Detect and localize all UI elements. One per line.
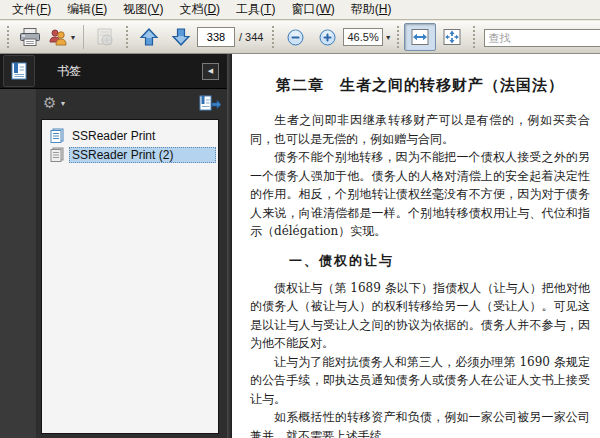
zoom-dropdown-icon[interactable]: ▼: [385, 34, 392, 41]
navigation-pane: 书签 ◀ ⚙ ▼: [0, 54, 227, 438]
arrow-down-icon: [171, 27, 191, 47]
bookmarks-tab-button[interactable]: [3, 55, 35, 87]
menu-edit[interactable]: 编辑(E): [59, 0, 115, 20]
page-total-label: / 344: [239, 31, 263, 43]
bookmarks-options-bar: ⚙ ▼: [37, 89, 227, 117]
minus-circle-icon: [287, 29, 304, 46]
share-review-icon: [94, 27, 116, 47]
fit-page-button[interactable]: [436, 23, 468, 51]
bookmarks-list: SSReader Print SSReader Print (2): [41, 119, 219, 434]
toolbar-grip[interactable]: [397, 26, 399, 48]
plus-circle-icon: [319, 29, 336, 46]
zoom-out-button[interactable]: [279, 23, 311, 51]
menu-document[interactable]: 文档(D): [171, 0, 228, 20]
menu-bar: 文件(F) 编辑(E) 视图(V) 文档(D) 工具(T) 窗口(W) 帮助(H…: [0, 0, 600, 20]
bookmarks-panel-icon: [9, 61, 29, 81]
share-review-button: [89, 23, 121, 51]
zoom-level-value[interactable]: 46.5%: [343, 28, 382, 46]
arrow-up-icon: [139, 27, 159, 47]
goto-bookmark-icon[interactable]: [199, 95, 221, 111]
find-input[interactable]: [484, 29, 600, 47]
paragraph: 债务不能个别地转移，因为不能把一个债权人接受之外的另一个债务人强加于他。债务人的…: [250, 148, 590, 241]
fit-page-icon: [442, 28, 462, 46]
toolbar-grip[interactable]: [126, 26, 128, 48]
bookmark-page-icon: [50, 128, 64, 143]
menu-view[interactable]: 视图(V): [115, 0, 171, 20]
menu-tools[interactable]: 工具(T): [228, 0, 283, 20]
panel-tab-strip: [0, 89, 37, 438]
toolbar-grip[interactable]: [7, 26, 9, 48]
chapter-title: 第二章 生者之间的转移财产（法国法）: [250, 76, 590, 95]
fit-width-button[interactable]: [404, 23, 436, 51]
bookmarks-panel: ⚙ ▼: [37, 89, 227, 438]
menu-help[interactable]: 帮助(H): [343, 0, 400, 20]
bookmarks-panel-title: 书签: [57, 63, 202, 80]
collaborate-people-icon: [48, 28, 68, 46]
chevron-down-icon: ▼: [70, 34, 77, 41]
toolbar-separator: [83, 25, 84, 49]
pdf-reader-window: 文件(F) 编辑(E) 视图(V) 文档(D) 工具(T) 窗口(W) 帮助(H…: [0, 0, 600, 438]
paragraph: 如系概括性的转移资产和负债，例如一家公司被另一家公司兼并，就不需要上述手续。: [250, 408, 590, 438]
bookmark-item[interactable]: SSReader Print: [42, 126, 218, 145]
page-number-input[interactable]: [197, 27, 235, 47]
print-button[interactable]: [14, 23, 46, 51]
toolbar-grip[interactable]: [272, 26, 274, 48]
previous-page-button[interactable]: [133, 23, 165, 51]
paragraph: 让与为了能对抗债务人和第三人，必须办理第 1690 条规定的公告手续，即执达员通…: [250, 353, 590, 409]
bookmarks-panel-header: 书签 ◀: [0, 54, 227, 89]
collapse-panel-button[interactable]: ◀: [202, 63, 219, 80]
bookmark-label: SSReader Print: [69, 128, 218, 144]
menu-window[interactable]: 窗口(W): [283, 0, 342, 20]
main-toolbar: ▼: [0, 21, 600, 54]
document-page[interactable]: 第二章 生者之间的转移财产（法国法） 生者之间即非因继承转移财产可以是有偿的，例…: [232, 54, 600, 438]
bookmark-item-selected[interactable]: SSReader Print (2): [42, 145, 218, 164]
collaborate-button[interactable]: ▼: [46, 23, 78, 51]
gear-dropdown-icon[interactable]: ▼: [59, 100, 66, 107]
paragraph: 生者之间即非因继承转移财产可以是有偿的，例如买卖合同，也可以是无偿的，例如赠与合…: [250, 111, 590, 148]
gear-icon[interactable]: ⚙: [43, 96, 56, 111]
section-heading: 一、债权的让与: [250, 252, 590, 270]
toolbar-grip[interactable]: [473, 26, 475, 48]
bookmark-label: SSReader Print (2): [69, 147, 216, 163]
paragraph: 债权让与（第 1689 条以下）指债权人（让与人）把他对他的债务人（被让与人）的…: [250, 279, 590, 353]
fit-width-icon: [410, 28, 430, 46]
zoom-in-button[interactable]: [311, 23, 343, 51]
menu-file[interactable]: 文件(F): [4, 0, 59, 20]
bookmark-page-icon: [50, 147, 64, 162]
next-page-button[interactable]: [165, 23, 197, 51]
printer-icon: [19, 27, 41, 47]
find-box: ▼: [484, 28, 600, 47]
